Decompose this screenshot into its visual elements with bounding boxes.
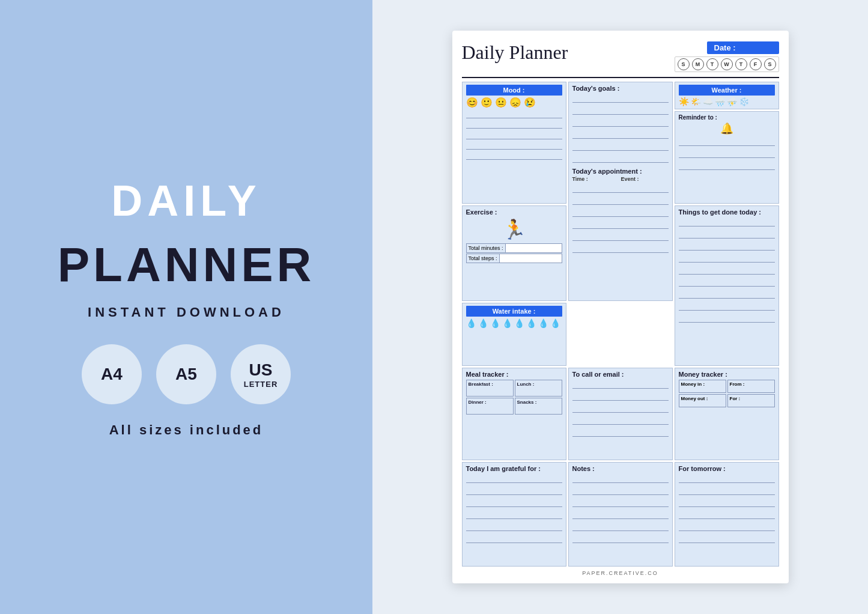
meal-cell: Meal tracker : Breakfast : Lunch : Dinne… (462, 368, 566, 460)
weather-cloudy[interactable]: ☁️ (703, 97, 713, 106)
breakfast-section: Breakfast : (466, 380, 514, 397)
drop-5[interactable]: 💧 (514, 318, 524, 328)
lunch-label: Lunch : (517, 381, 560, 387)
dinner-section: Dinner : (466, 398, 514, 415)
appt-line-1 (572, 184, 669, 193)
drop-3[interactable]: 💧 (490, 318, 500, 328)
things-lines (679, 218, 775, 323)
day-t1: T (706, 58, 718, 70)
mood-very-happy[interactable]: 😊 (466, 97, 478, 108)
money-cell: Money tracker : Money in : From : Money … (675, 368, 779, 460)
date-bar: Date : (707, 41, 779, 54)
weather-partly-cloudy[interactable]: 🌤️ (691, 97, 701, 106)
snacks-label: Snacks : (517, 400, 560, 405)
things-cell: Things to get done today : (675, 205, 779, 366)
weather-header: Weather : (679, 85, 775, 96)
things-line-4 (679, 254, 775, 263)
grateful-line-2 (466, 487, 562, 495)
money-out-label: Money out : (681, 396, 724, 401)
day-s1: S (678, 58, 690, 70)
tomorrow-line-4 (679, 511, 775, 519)
divider (462, 77, 779, 78)
breakfast-label: Breakfast : (469, 381, 511, 387)
notes-line-3 (572, 499, 669, 507)
mood-line-5 (466, 153, 562, 160)
appt-line-5 (572, 233, 669, 241)
notes-line-4 (572, 511, 669, 519)
event-col-header: Event : (621, 176, 669, 182)
things-line-7 (679, 290, 775, 299)
mood-icons: 😊 🙂 😐 😞 😢 (466, 97, 562, 108)
snacks-section: Snacks : (515, 398, 562, 415)
appt-line-3 (572, 208, 669, 217)
drop-7[interactable]: 💧 (538, 318, 548, 328)
mood-neutral[interactable]: 😐 (495, 97, 507, 108)
water-header: Water intake : (466, 306, 562, 317)
notes-label: Notes : (572, 465, 669, 472)
things-line-8 (679, 302, 775, 311)
for-label: For : (730, 396, 772, 401)
goals-line-4 (572, 130, 669, 139)
runner-icon: 🏃 (466, 218, 562, 241)
goals-cell: Today's goals : Today's appointment : Ti… (568, 82, 673, 301)
mood-happy[interactable]: 🙂 (481, 97, 493, 108)
grateful-lines (466, 475, 562, 543)
mood-line-4 (466, 143, 562, 150)
day-w: W (721, 58, 733, 70)
grateful-line-6 (466, 535, 562, 543)
reminder-lines (679, 138, 775, 170)
time-col-header: Time : (572, 176, 620, 182)
goals-line-3 (572, 118, 669, 127)
exercise-label: Exercise : (466, 208, 562, 216)
weather-rainy[interactable]: 🌧️ (715, 97, 725, 106)
total-steps-label: Total steps : (467, 254, 500, 263)
all-sizes-text: All sizes included (109, 422, 264, 438)
goals-label: Today's goals : (572, 85, 669, 92)
lunch-section: Lunch : (515, 380, 562, 397)
weather-thunderstorm[interactable]: ⛈️ (727, 97, 737, 106)
notes-cell: Notes : (568, 462, 673, 567)
money-in-section: Money in : (679, 380, 726, 393)
tomorrow-cell: For tomorrow : (675, 462, 779, 567)
size-a5: A5 (156, 344, 216, 404)
goals-lines (572, 94, 669, 163)
grateful-cell: Today I am grateful for : (462, 462, 566, 567)
drop-4[interactable]: 💧 (502, 318, 512, 328)
total-minutes-label: Total minutes : (467, 244, 506, 252)
call-label: To call or email : (572, 371, 669, 378)
call-line-2 (572, 392, 669, 401)
drop-8[interactable]: 💧 (550, 318, 560, 328)
col3-row1: Weather : ☀️ 🌤️ ☁️ 🌧️ ⛈️ ❄️ Reminder to … (675, 82, 779, 204)
weather-icons: ☀️ 🌤️ ☁️ 🌧️ ⛈️ ❄️ (679, 97, 775, 106)
appt-line-6 (572, 245, 669, 253)
drop-2[interactable]: 💧 (478, 318, 488, 328)
meal-label: Meal tracker : (466, 371, 562, 378)
planner-page: Daily Planner Date : S M T W T F S Mood … (452, 31, 789, 583)
grateful-line-3 (466, 499, 562, 507)
mood-very-sad[interactable]: 😢 (524, 97, 536, 108)
mood-sad[interactable]: 😞 (509, 97, 521, 108)
drop-1[interactable]: 💧 (466, 318, 476, 328)
size-us: US LETTER (231, 344, 291, 404)
grateful-line-1 (466, 475, 562, 483)
call-line-1 (572, 380, 669, 389)
mood-header: Mood : (466, 85, 562, 96)
things-line-5 (679, 266, 775, 275)
mood-line-1 (466, 112, 562, 118)
notes-lines (572, 475, 669, 543)
from-label: From : (730, 381, 772, 387)
weather-snow[interactable]: ❄️ (739, 97, 749, 106)
things-label: Things to get done today : (679, 208, 775, 216)
things-line-3 (679, 242, 775, 251)
reminder-label: Reminder to : (679, 114, 775, 121)
total-steps-value[interactable] (500, 254, 562, 263)
mood-cell: Mood : 😊 🙂 😐 😞 😢 (462, 82, 566, 204)
grateful-line-4 (466, 511, 562, 519)
weather-sun[interactable]: ☀️ (679, 97, 689, 106)
drop-6[interactable]: 💧 (526, 318, 536, 328)
total-minutes-value[interactable] (506, 244, 562, 252)
things-line-1 (679, 218, 775, 226)
call-lines (572, 380, 669, 437)
reminder-line-2 (679, 150, 775, 158)
money-label: Money tracker : (679, 371, 775, 378)
